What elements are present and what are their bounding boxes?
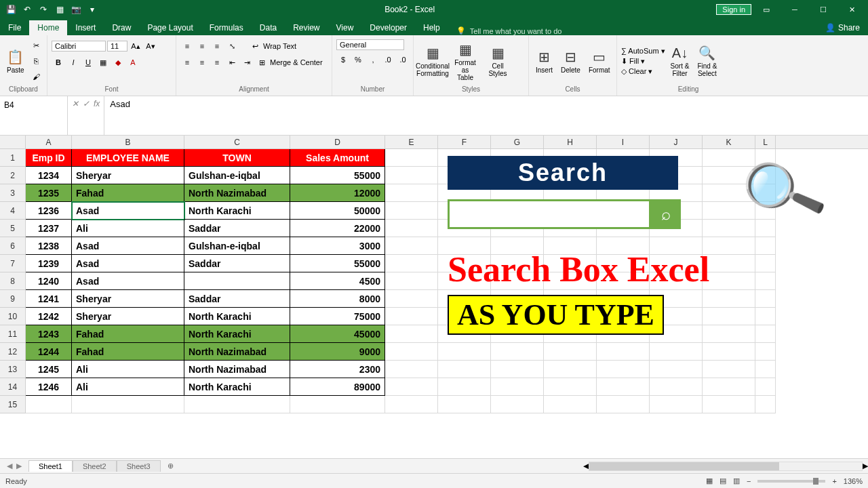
- row-header-14[interactable]: 14: [0, 378, 26, 396]
- column-header-F[interactable]: F: [438, 136, 491, 148]
- cell[interactable]: Sales Amount: [290, 149, 385, 167]
- column-header-D[interactable]: D: [290, 136, 385, 148]
- cell[interactable]: 1238: [26, 237, 72, 255]
- cell[interactable]: Gulshan-e-iqbal: [184, 167, 290, 184]
- number-format-select[interactable]: [336, 39, 404, 50]
- tab-help[interactable]: Help: [415, 20, 448, 35]
- cell[interactable]: Ali: [72, 220, 184, 237]
- cell[interactable]: Emp ID: [26, 149, 72, 167]
- format-painter-icon[interactable]: 🖌: [30, 70, 43, 83]
- tab-data[interactable]: Data: [252, 20, 285, 35]
- cell[interactable]: [385, 167, 438, 184]
- cell[interactable]: [491, 378, 544, 396]
- tab-view[interactable]: View: [328, 20, 362, 35]
- tell-me-search[interactable]: 💡 Tell me what you want to do: [448, 26, 817, 35]
- cell[interactable]: [544, 396, 597, 413]
- column-header-A[interactable]: A: [26, 136, 72, 148]
- cell[interactable]: 22000: [290, 220, 385, 237]
- align-top-icon[interactable]: ≡: [180, 39, 194, 53]
- horizontal-scrollbar[interactable]: ◀ ▶: [583, 462, 868, 471]
- find-select-button[interactable]: 🔍 Find & Select: [694, 43, 719, 79]
- autosum-button[interactable]: ∑ AutoSum ▾: [621, 47, 665, 56]
- align-right-icon[interactable]: ≡: [210, 56, 224, 69]
- comma-icon[interactable]: ,: [366, 53, 380, 66]
- cell[interactable]: [438, 343, 491, 361]
- cell[interactable]: [385, 237, 438, 255]
- cell[interactable]: North Karachi: [184, 308, 290, 325]
- sheet-tab-sheet1[interactable]: Sheet1: [28, 460, 73, 472]
- cell[interactable]: [184, 272, 290, 290]
- cell[interactable]: [438, 378, 491, 396]
- cell[interactable]: [544, 378, 597, 396]
- cell[interactable]: 4500: [290, 272, 385, 290]
- cell[interactable]: 1246: [26, 378, 72, 396]
- italic-button[interactable]: I: [66, 56, 80, 69]
- cell[interactable]: 1236: [26, 202, 72, 220]
- fill-button[interactable]: ⬇ Fill ▾: [621, 57, 665, 66]
- tab-review[interactable]: Review: [285, 20, 328, 35]
- align-bottom-icon[interactable]: ≡: [210, 39, 224, 53]
- cell[interactable]: [597, 396, 650, 413]
- row-header-9[interactable]: 9: [0, 290, 26, 308]
- wrap-text-label[interactable]: Wrap Text: [263, 42, 296, 50]
- tab-draw[interactable]: Draw: [104, 20, 139, 35]
- wrap-text-button[interactable]: ↩: [248, 39, 262, 53]
- redo-icon[interactable]: ↷: [38, 4, 49, 15]
- column-header-H[interactable]: H: [544, 136, 597, 148]
- cell[interactable]: [385, 290, 438, 308]
- cell[interactable]: 1241: [26, 290, 72, 308]
- cell[interactable]: [438, 396, 491, 413]
- zoom-level[interactable]: 136%: [844, 477, 863, 485]
- row-header-11[interactable]: 11: [0, 325, 26, 343]
- cell[interactable]: Asad: [72, 237, 184, 255]
- column-header-L[interactable]: L: [755, 136, 776, 148]
- view-normal-icon[interactable]: ▦: [706, 476, 713, 485]
- signin-button[interactable]: Sign in: [716, 4, 751, 15]
- sheet-tab-sheet3[interactable]: Sheet3: [117, 460, 161, 472]
- merge-center-button[interactable]: ⊞: [255, 56, 269, 69]
- cell[interactable]: EMPLOYEE NAME: [72, 149, 184, 167]
- decrease-indent-icon[interactable]: ⇤: [225, 56, 239, 69]
- undo-icon[interactable]: ↶: [22, 4, 33, 15]
- cell[interactable]: [597, 361, 650, 378]
- insert-cells-button[interactable]: ⊞ Insert: [533, 47, 555, 75]
- align-left-icon[interactable]: ≡: [180, 56, 194, 69]
- cell[interactable]: [650, 378, 703, 396]
- cell[interactable]: [703, 378, 755, 396]
- cell[interactable]: [385, 202, 438, 220]
- tab-home[interactable]: Home: [29, 20, 67, 35]
- merge-center-label[interactable]: Merge & Center: [270, 58, 323, 66]
- cell[interactable]: North Nazimabad: [184, 343, 290, 361]
- close-icon[interactable]: ✕: [838, 1, 865, 18]
- cell[interactable]: [755, 378, 776, 396]
- cell[interactable]: [650, 343, 703, 361]
- cell[interactable]: [597, 343, 650, 361]
- view-layout-icon[interactable]: ▤: [719, 476, 726, 485]
- increase-font-icon[interactable]: A▴: [129, 39, 142, 53]
- percent-icon[interactable]: %: [351, 53, 365, 66]
- cancel-formula-icon[interactable]: ✕: [72, 99, 79, 108]
- copy-icon[interactable]: ⎘: [30, 54, 43, 68]
- maximize-icon[interactable]: ☐: [810, 1, 837, 18]
- qat-more-icon[interactable]: ▾: [87, 4, 98, 15]
- increase-indent-icon[interactable]: ⇥: [240, 56, 254, 69]
- border-button[interactable]: ▦: [96, 56, 110, 69]
- share-button[interactable]: 👤 Share: [817, 20, 868, 35]
- save-icon[interactable]: 💾: [5, 4, 16, 15]
- cell[interactable]: [703, 396, 755, 413]
- formula-input[interactable]: Asad: [104, 96, 868, 135]
- cell[interactable]: 89000: [290, 378, 385, 396]
- font-name-select[interactable]: [52, 41, 106, 52]
- cell[interactable]: Saddar: [184, 220, 290, 237]
- column-header-E[interactable]: E: [385, 136, 438, 148]
- tab-insert[interactable]: Insert: [67, 20, 104, 35]
- cell[interactable]: North Karachi: [184, 202, 290, 220]
- cell[interactable]: [755, 343, 776, 361]
- column-header-I[interactable]: I: [597, 136, 650, 148]
- cell[interactable]: Saddar: [184, 290, 290, 308]
- cell[interactable]: North Karachi: [184, 378, 290, 396]
- cell[interactable]: 1239: [26, 255, 72, 272]
- cell[interactable]: [385, 220, 438, 237]
- cell[interactable]: [385, 272, 438, 290]
- row-header-6[interactable]: 6: [0, 237, 26, 255]
